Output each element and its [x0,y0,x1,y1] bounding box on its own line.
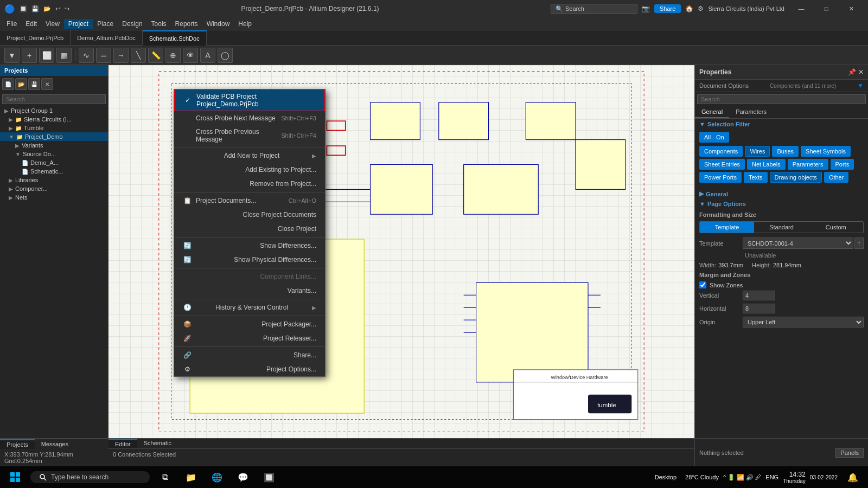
measure-tool[interactable]: 📏 [148,48,163,63]
minimize-button[interactable]: — [789,0,814,17]
bus-tool[interactable]: ═ [96,48,111,63]
menu-edit[interactable]: Edit [21,19,41,29]
taskbar-altium[interactable]: 🔲 [258,466,280,488]
close-button[interactable]: ✕ [839,0,864,17]
menu-tools[interactable]: Tools [147,19,171,29]
menu-close-docs[interactable]: Close Project Documents [174,208,325,222]
filter-texts[interactable]: Texts [744,172,768,183]
menu-variants[interactable]: Variants... [174,284,325,298]
circle-tool[interactable]: ◯ [218,48,233,63]
menu-show-diff[interactable]: 🔄 Show Differences... [174,239,325,253]
bottom-tab-messages[interactable]: Messages [35,440,75,448]
home-icon[interactable]: 🏠 [685,5,693,12]
taskbar-notification[interactable]: 🔔 [842,466,864,488]
tab-prjpcb[interactable]: Project_Demo.PrjPcb [0,30,71,46]
menu-cross-next[interactable]: Cross Probe Next Message Shift+Ctrl+F3 [174,111,325,125]
menu-remove[interactable]: Remove from Project... [174,177,325,191]
filter-components[interactable]: Components [699,146,743,157]
menu-releaser[interactable]: 🚀 Project Releaser... [174,331,325,345]
filter-wires[interactable]: Wires [745,146,770,157]
menu-add-new[interactable]: Add New to Project ▶ [174,149,325,163]
taskbar-teams[interactable]: 💬 [232,466,254,488]
menu-place[interactable]: Place [93,19,118,29]
menu-options[interactable]: ⚙ Project Options... [174,362,325,376]
template-update-btn[interactable]: ↑ [854,237,864,249]
taskbar-task-view[interactable]: ⧉ [154,466,176,488]
sidebar-open[interactable]: 📂 [15,78,27,90]
menu-file[interactable]: File [2,19,21,29]
arrow-tool[interactable]: → [113,48,129,63]
menu-add-existing[interactable]: Add Existing to Project... [174,163,325,177]
share-button[interactable]: Share [654,4,681,13]
sidebar-save[interactable]: 💾 [28,78,40,90]
pin-icon[interactable]: 📌 [848,68,856,76]
menu-show-phys[interactable]: 🔄 Show Physical Differences... [174,253,325,267]
filter-power-ports[interactable]: Power Ports [699,172,742,183]
filter-other[interactable]: Other [824,172,849,183]
tab-schdoc[interactable]: Schematic.SchDoc [143,30,207,46]
panels-button[interactable]: Panels [835,448,864,458]
tree-tumble[interactable]: ▶ 📁 Tumble [0,124,108,132]
origin-dropdown[interactable]: Upper Left Upper Right Lower Left Lower … [743,317,864,328]
menu-close-project[interactable]: Close Project [174,222,325,236]
component-tool[interactable]: ⊕ [165,48,181,63]
canvas-area[interactable]: Window/Device Hardware tumble PB1-RESET/… [108,65,694,438]
editor-tab-editor[interactable]: Editor [108,439,137,448]
filter-sheet-entries[interactable]: Sheet Entries [699,159,745,170]
all-on-button[interactable]: All - On [699,132,729,143]
menu-reports[interactable]: Reports [171,19,202,29]
format-tab-template[interactable]: Template [700,222,754,233]
filter-sheet-symbols[interactable]: Sheet Symbols [801,146,851,157]
general-section-header[interactable]: ▶ General [695,188,868,198]
menu-packager[interactable]: 📦 Project Packager... [174,317,325,331]
menu-share[interactable]: 🔗 Share... [174,348,325,362]
format-tab-standard[interactable]: Standard [754,222,808,233]
properties-search-input[interactable] [697,94,866,104]
menu-design[interactable]: Design [118,19,146,29]
menu-cross-prev[interactable]: Cross Probe Previous Message Shift+Ctrl+… [174,125,325,146]
tree-source-docs[interactable]: ▼ Source Do... [0,150,108,158]
filter-drawing-objects[interactable]: Drawing objects [770,172,822,183]
wire-tool[interactable]: ∿ [79,48,94,63]
page-options-header[interactable]: ▼ Page Options [695,198,868,208]
editor-tab-schematic[interactable]: Schematic [137,439,178,448]
vertical-input[interactable] [743,291,775,300]
filter-icon[interactable]: ▼ [857,82,864,89]
horizontal-input[interactable] [743,304,775,313]
maximize-button[interactable]: □ [814,0,839,17]
filter-ports[interactable]: Ports [831,159,854,170]
taskbar-chrome[interactable]: 🌐 [206,466,228,488]
tree-nets[interactable]: ▶ Nets [0,193,108,202]
tree-libraries[interactable]: ▶ Libraries [0,176,108,184]
global-search[interactable]: 🔍 Search [551,4,637,14]
tree-project-demo[interactable]: ▼ 📁 Project_Demo [0,132,108,141]
format-tab-custom[interactable]: Custom [809,222,863,233]
menu-history[interactable]: 🕐 History & Version Control ▶ [174,300,325,314]
tree-project-group[interactable]: ▶ Project Group 1 [0,106,108,115]
add-tool[interactable]: + [22,48,37,63]
sidebar-search-input[interactable] [2,94,106,104]
menu-window[interactable]: Window [202,19,234,29]
filter-parameters[interactable]: Parameters [788,159,828,170]
menu-project-docs[interactable]: 📋 Project Documents... Ctrl+Alt+O [174,194,325,208]
taskbar-file-explorer[interactable]: 📁 [180,466,202,488]
taskbar-search[interactable]: Type here to search [30,471,150,483]
sidebar-new[interactable]: 📄 [2,78,14,90]
show-zones-checkbox[interactable] [699,281,706,288]
filter-tool[interactable]: ▼ [4,48,20,63]
settings-icon[interactable]: ⚙ [698,5,704,12]
filter-buses[interactable]: Buses [772,146,799,157]
menu-help[interactable]: Help [234,19,256,29]
selection-filter-header[interactable]: ▼ Selection Filter [695,119,868,129]
tree-components[interactable]: ▶ Componer... [0,184,108,193]
tree-schematic[interactable]: 📄 Schematic... [0,167,108,176]
filter-net-labels[interactable]: Net Labels [747,159,786,170]
start-button[interactable] [4,466,26,488]
eye-tool[interactable]: 👁 [183,48,198,63]
text-tool[interactable]: A [200,48,215,63]
menu-validate[interactable]: ✓ Validate PCB Project Project_Demo.PrjP… [174,89,325,111]
line-tool[interactable]: ╲ [131,48,146,63]
camera-icon[interactable]: 📷 [642,5,650,12]
tree-variants[interactable]: ▶ Variants [0,141,108,150]
tree-sierra[interactable]: ▶ 📁 Sierra Circuits (I... [0,115,108,124]
